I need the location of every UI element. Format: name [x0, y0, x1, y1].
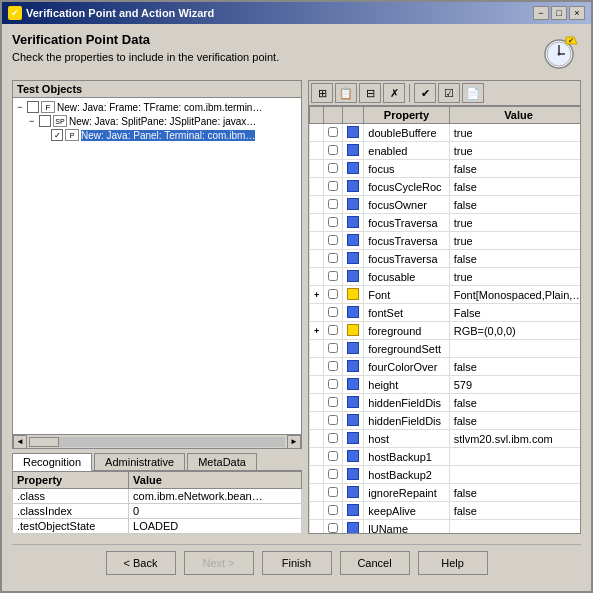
row-checkbox[interactable]: [328, 217, 338, 227]
row-checkbox[interactable]: [328, 505, 338, 515]
row-checkbox[interactable]: [328, 343, 338, 353]
row-check[interactable]: [324, 160, 343, 178]
row-checkbox[interactable]: [328, 145, 338, 155]
row-checkbox[interactable]: [328, 469, 338, 479]
tab-administrative[interactable]: Administrative: [94, 453, 185, 470]
expand-cell: [310, 520, 324, 534]
scroll-track[interactable]: [29, 437, 285, 447]
tab-metadata[interactable]: MetaData: [187, 453, 257, 470]
back-button[interactable]: < Back: [106, 551, 176, 575]
table-row: ignoreRepaint false: [310, 484, 581, 502]
row-checkbox[interactable]: [328, 379, 338, 389]
toolbar-btn-1[interactable]: ⊞: [311, 83, 333, 103]
scroll-left-btn[interactable]: ◄: [13, 435, 27, 449]
row-check[interactable]: [324, 268, 343, 286]
row-checkbox[interactable]: [328, 307, 338, 317]
prop-icon-yellow: [347, 288, 359, 300]
toolbar-btn-2[interactable]: 📋: [335, 83, 357, 103]
toolbar-btn-4[interactable]: ✗: [383, 83, 405, 103]
row-checkbox[interactable]: [328, 253, 338, 263]
tree-checkbox[interactable]: [27, 101, 39, 113]
row-check[interactable]: [324, 502, 343, 520]
row-check[interactable]: [324, 358, 343, 376]
toolbar-btn-3[interactable]: ⊟: [359, 83, 381, 103]
row-check[interactable]: [324, 412, 343, 430]
finish-button[interactable]: Finish: [262, 551, 332, 575]
row-checkbox[interactable]: [328, 235, 338, 245]
prop-value: false: [449, 358, 580, 376]
row-check[interactable]: [324, 178, 343, 196]
row-checkbox[interactable]: [328, 415, 338, 425]
row-check[interactable]: [324, 322, 343, 340]
row-check[interactable]: [324, 286, 343, 304]
row-checkbox[interactable]: [328, 433, 338, 443]
row-check[interactable]: [324, 376, 343, 394]
table-row: foregroundSett: [310, 340, 581, 358]
row-check[interactable]: [324, 394, 343, 412]
tree-expander[interactable]: −: [29, 116, 39, 126]
minimize-button[interactable]: −: [533, 6, 549, 20]
prop-value: [449, 520, 580, 534]
tree-item[interactable]: P New: Java: Panel: Terminal: com.ibm…: [15, 128, 299, 142]
row-check[interactable]: [324, 214, 343, 232]
row-checkbox[interactable]: [328, 127, 338, 137]
row-checkbox[interactable]: [328, 451, 338, 461]
row-check[interactable]: [324, 196, 343, 214]
row-check[interactable]: [324, 430, 343, 448]
h-scrollbar[interactable]: ◄ ►: [13, 434, 301, 448]
row-check[interactable]: [324, 142, 343, 160]
prop-name: fourColorOver: [364, 358, 449, 376]
tree-item[interactable]: − SP New: Java: SplitPane: JSplitPane: j…: [15, 114, 299, 128]
maximize-button[interactable]: □: [551, 6, 567, 20]
scroll-right-btn[interactable]: ►: [287, 435, 301, 449]
row-checkbox[interactable]: [328, 325, 338, 335]
row-check[interactable]: [324, 304, 343, 322]
expand-cell[interactable]: +: [310, 322, 324, 340]
table-row: .class com.ibm.eNetwork.bean…: [13, 489, 302, 504]
tree-expander[interactable]: −: [17, 102, 27, 112]
row-checkbox[interactable]: [328, 163, 338, 173]
window-icon: ✔: [8, 6, 22, 20]
toolbar-btn-5[interactable]: ✔: [414, 83, 436, 103]
row-check[interactable]: [324, 520, 343, 534]
expand-cell: [310, 376, 324, 394]
prop-name: .testObjectState: [13, 519, 129, 534]
row-checkbox[interactable]: [328, 361, 338, 371]
prop-name: host: [364, 430, 449, 448]
col-property-header: Property: [364, 107, 449, 124]
row-check[interactable]: [324, 124, 343, 142]
expand-cell: [310, 214, 324, 232]
icon-cell: [343, 358, 364, 376]
row-check[interactable]: [324, 448, 343, 466]
props-scroll[interactable]: Property Value doubleBuffere: [309, 106, 580, 533]
row-checkbox[interactable]: [328, 199, 338, 209]
scroll-thumb[interactable]: [29, 437, 59, 447]
row-checkbox[interactable]: [328, 289, 338, 299]
row-checkbox[interactable]: [328, 397, 338, 407]
toolbar-btn-6[interactable]: ☑: [438, 83, 460, 103]
help-button[interactable]: Help: [418, 551, 488, 575]
tab-recognition[interactable]: Recognition: [12, 453, 92, 471]
row-checkbox[interactable]: [328, 181, 338, 191]
row-check[interactable]: [324, 484, 343, 502]
toolbar-btn-7[interactable]: 📄: [462, 83, 484, 103]
toolbar-sep: [409, 84, 410, 102]
next-button[interactable]: Next >: [184, 551, 254, 575]
row-check[interactable]: [324, 466, 343, 484]
close-button[interactable]: ×: [569, 6, 585, 20]
prop-name: focusTraversa: [364, 232, 449, 250]
row-checkbox[interactable]: [328, 487, 338, 497]
row-checkbox[interactable]: [328, 523, 338, 533]
col-value-header: Value: [449, 107, 580, 124]
prop-name: focusTraversa: [364, 214, 449, 232]
cancel-button[interactable]: Cancel: [340, 551, 410, 575]
row-check[interactable]: [324, 250, 343, 268]
row-check[interactable]: [324, 232, 343, 250]
tree-checkbox[interactable]: [39, 115, 51, 127]
row-checkbox[interactable]: [328, 271, 338, 281]
tree-checkbox-checked[interactable]: [51, 129, 63, 141]
icon-cell: [343, 340, 364, 358]
expand-cell[interactable]: +: [310, 286, 324, 304]
tree-item[interactable]: − F New: Java: Frame: TFrame: com.ibm.te…: [15, 100, 299, 114]
row-check[interactable]: [324, 340, 343, 358]
